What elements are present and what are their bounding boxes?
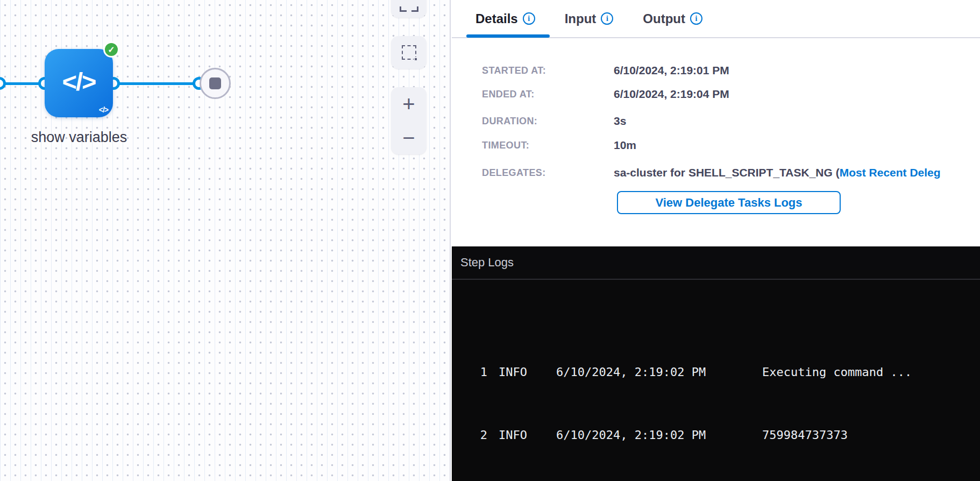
log-console[interactable]: 1INFO6/10/2024, 2:19:02 PMExecuting comm… — [452, 280, 980, 481]
detail-label: ENDED AT: — [482, 89, 614, 100]
info-icon[interactable]: i — [523, 12, 535, 25]
detail-value: 6/10/2024, 2:19:01 PM — [614, 64, 729, 77]
step-logs-title: Step Logs — [460, 256, 514, 270]
marquee-select-button[interactable] — [391, 36, 427, 69]
log-line: 2INFO6/10/2024, 2:19:02 PM759984737373 — [473, 425, 980, 445]
success-check-icon: ✓ — [103, 41, 119, 58]
detail-label: DURATION: — [482, 116, 614, 127]
tab-output-label: Output — [643, 11, 685, 26]
step-logs-panel: Step Logs 1INFO6/10/2024, 2:19:02 PMExec… — [452, 246, 980, 481]
info-icon[interactable]: i — [601, 12, 613, 25]
info-icon[interactable]: i — [690, 12, 702, 25]
tab-details-label: Details — [475, 11, 518, 26]
tab-output[interactable]: Output i — [643, 11, 702, 26]
log-message: Executing command ... — [762, 365, 912, 379]
detail-label: DELEGATES: — [482, 167, 614, 179]
pipeline-canvas[interactable]: </> </> ✓ show variables + − — [0, 0, 451, 481]
detail-label: TIMEOUT: — [482, 140, 614, 151]
code-icon: </> — [45, 67, 113, 96]
zoom-out-button[interactable]: − — [402, 127, 415, 148]
most-recent-delegate-link[interactable]: Most Recent Deleg — [840, 166, 941, 179]
port-canvas-edge — [0, 77, 6, 90]
end-node[interactable] — [200, 68, 231, 99]
zoom-controls: + − — [391, 87, 427, 154]
detail-row-timeout: TIMEOUT: 10m — [482, 138, 980, 152]
pipeline-execution-screen: </> </> ✓ show variables + − Details i I — [0, 0, 980, 481]
log-line-number: 1 — [473, 362, 487, 383]
zoom-in-button[interactable]: + — [402, 93, 415, 115]
fit-view-icon — [400, 6, 418, 12]
details-section: STARTED AT: 6/10/2024, 2:19:01 PM ENDED … — [452, 38, 980, 245]
fit-view-button[interactable] — [391, 0, 427, 18]
details-tabbar: Details i Input i Output i — [452, 0, 980, 38]
detail-value: 3s — [614, 115, 626, 128]
log-message: 759984737373 — [762, 428, 848, 442]
detail-row-ended: ENDED AT: 6/10/2024, 2:19:04 PM — [482, 87, 980, 101]
log-level: INFO — [499, 362, 556, 383]
detail-label: STARTED AT: — [482, 65, 614, 76]
step-node-show-variables[interactable]: </> </> — [45, 49, 113, 117]
tab-details[interactable]: Details i — [475, 11, 535, 26]
detail-value: 10m — [614, 139, 636, 152]
step-logs-header[interactable]: Step Logs — [452, 246, 980, 280]
log-level: INFO — [499, 425, 556, 445]
log-line-number: 2 — [473, 425, 487, 445]
shell-script-mini-icon: </> — [99, 105, 108, 114]
detail-row-duration: DURATION: 3s — [482, 114, 980, 128]
step-node-label: show variables — [22, 129, 137, 146]
active-tab-indicator — [466, 34, 550, 38]
tab-input-label: Input — [565, 11, 596, 26]
delegates-value: sa-cluster for SHELL_SCRIPT_TASK_NG ( — [614, 166, 840, 179]
log-timestamp: 6/10/2024, 2:19:02 PM — [556, 425, 762, 445]
stop-icon — [209, 77, 221, 89]
detail-row-started: STARTED AT: 6/10/2024, 2:19:01 PM — [482, 63, 980, 77]
view-delegate-task-logs-button[interactable]: View Delegate Tasks Logs — [617, 191, 841, 214]
log-line: 1INFO6/10/2024, 2:19:02 PMExecuting comm… — [473, 362, 980, 383]
edge-outgoing — [110, 82, 199, 85]
detail-value: 6/10/2024, 2:19:04 PM — [614, 88, 729, 101]
log-timestamp: 6/10/2024, 2:19:02 PM — [556, 362, 762, 383]
detail-row-delegates: DELEGATES: sa-cluster for SHELL_SCRIPT_T… — [482, 166, 980, 180]
tab-input[interactable]: Input i — [565, 11, 614, 26]
marquee-select-icon — [402, 45, 416, 60]
